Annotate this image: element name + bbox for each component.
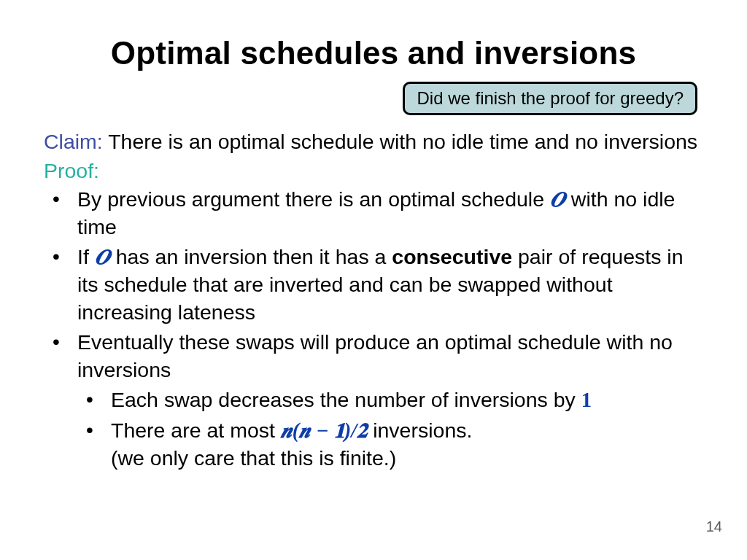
text-fragment: (we only care that this is finite.) [111, 446, 396, 470]
list-item: Eventually these swaps will produce an o… [44, 329, 703, 472]
math-symbol-O: 𝑶 [95, 246, 110, 268]
text-fragment: If [77, 245, 95, 268]
sub-bullet-list: Each swap decreases the number of invers… [77, 386, 703, 472]
list-item: By previous argument there is an optimal… [44, 186, 703, 241]
callout-box: Did we finish the proof for greedy? [403, 82, 697, 115]
list-item: Each swap decreases the number of invers… [77, 386, 703, 414]
text-fragment: inversions. [367, 419, 472, 442]
slide: Optimal schedules and inversions Did we … [0, 0, 747, 560]
text-fragment: has an inversion then it has a [110, 245, 392, 268]
text-fragment: Each swap decreases the number of invers… [111, 388, 581, 411]
proof-label: Proof: [44, 158, 703, 185]
bullet-list: By previous argument there is an optimal… [44, 186, 703, 472]
slide-title: Optimal schedules and inversions [44, 35, 703, 71]
list-item: There are at most 𝒏(𝒏 − 𝟏)/𝟐 inversions.… [77, 417, 703, 472]
text-fragment: There are at most [111, 419, 281, 442]
text-fragment: Eventually these swaps will produce an o… [77, 330, 673, 381]
slide-number: 14 [706, 518, 722, 535]
claim-label: Claim: [44, 130, 103, 153]
math-number: 1 [581, 389, 592, 411]
text-fragment: By previous argument there is an optimal… [77, 187, 550, 211]
content-body: Claim: There is an optimal schedule with… [44, 128, 703, 472]
claim-line: Claim: There is an optimal schedule with… [44, 128, 703, 156]
math-formula: 𝒏(𝒏 − 𝟏)/𝟐 [281, 419, 367, 442]
text-bold: consecutive [392, 245, 512, 268]
claim-text: There is an optimal schedule with no idl… [103, 130, 697, 153]
math-symbol-O: 𝑶 [550, 188, 565, 211]
list-item: If 𝑶 has an inversion then it has a cons… [44, 244, 703, 326]
